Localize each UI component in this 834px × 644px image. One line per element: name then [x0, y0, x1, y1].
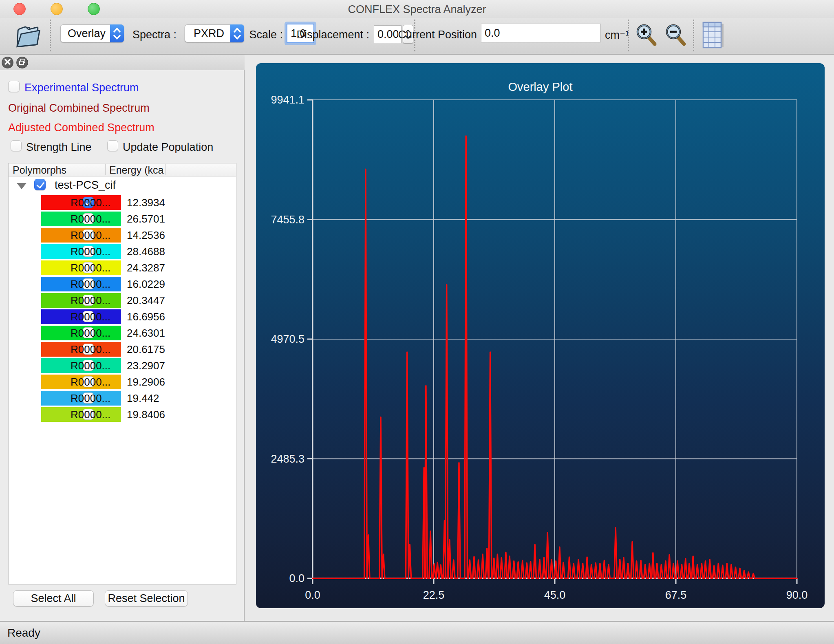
original-combined-spectrum-label: Original Combined Spectrum [8, 102, 150, 115]
polymorph-row[interactable]: R0000...23.2907 [9, 358, 236, 373]
polymorph-energy: 20.6175 [127, 343, 165, 356]
tree-root-row[interactable]: test-PCS_cif [9, 179, 236, 193]
polymorph-row[interactable]: R0000...19.442 [9, 391, 236, 406]
polymorph-energy: 16.0229 [127, 278, 165, 291]
polymorph-energy: 20.3447 [127, 294, 165, 307]
polymorph-energy: 12.3934 [127, 196, 165, 209]
polymorph-row[interactable]: R0000...16.6956 [9, 309, 236, 324]
svg-text:67.5: 67.5 [665, 589, 687, 601]
mode-dropdown-value: Overlay [61, 27, 110, 40]
polymorph-row[interactable]: R0000...20.6175 [9, 342, 236, 357]
plot-title: Overlay Plot [256, 80, 825, 94]
polymorph-sidebar: Experimental Spectrum Original Combined … [0, 70, 245, 621]
disclosure-triangle-icon[interactable] [17, 183, 26, 189]
zoom-out-icon [664, 43, 689, 49]
window-title: CONFLEX Spectra Analyzer [0, 3, 834, 16]
polymorph-label: R0000... [71, 327, 110, 340]
polymorph-label: R0000... [71, 376, 110, 388]
polymorph-row[interactable]: R0000...20.3447 [9, 293, 236, 308]
update-population-checkbox[interactable] [107, 140, 118, 151]
svg-text:90.0: 90.0 [786, 589, 808, 601]
strength-line-label: Strength Line [26, 141, 92, 154]
current-position-input[interactable] [481, 24, 601, 42]
title-bar: CONFLEX Spectra Analyzer [0, 0, 834, 18]
polymorph-row[interactable]: R0000...12.3934 [9, 195, 236, 210]
polymorph-energy: 23.2907 [127, 359, 165, 372]
polymorph-label: R0000... [71, 392, 110, 405]
svg-text:0.0: 0.0 [305, 589, 320, 601]
float-panel-button[interactable] [16, 57, 28, 68]
polymorph-row[interactable]: R0000...14.2536 [9, 228, 236, 243]
displacement-label: Displacement : [296, 29, 369, 41]
polymorph-row[interactable]: R0000...28.4688 [9, 244, 236, 259]
experimental-spectrum-checkbox[interactable] [8, 81, 20, 92]
polymorph-energy: 19.442 [127, 392, 159, 405]
spectrum-chart[interactable]: 0.02485.34970.57455.89941.10.022.545.067… [256, 63, 825, 608]
polymorph-energy: 16.6956 [127, 311, 165, 323]
zoom-out-button[interactable] [664, 23, 689, 48]
scale-label: Scale : [249, 29, 283, 41]
polymorph-energy: 26.5701 [127, 213, 165, 225]
float-panel-icon [19, 58, 26, 67]
polymorph-label: R0000... [71, 408, 110, 421]
polymorph-row[interactable]: R0000...16.0229 [9, 277, 236, 291]
chevron-up-down-icon [230, 24, 244, 42]
polymorphs-column-header[interactable]: Polymorphs [13, 164, 66, 176]
select-all-button[interactable]: Select All [13, 590, 94, 607]
spectra-dropdown-value: PXRD [185, 27, 230, 40]
unit-label: cm⁻¹ [605, 29, 629, 42]
polymorph-energy: 28.4688 [127, 245, 165, 258]
toolbar-separator [628, 20, 629, 51]
polymorph-row[interactable]: R0000...24.3287 [9, 260, 236, 275]
zoom-in-button[interactable] [634, 23, 660, 48]
polymorph-label: R0000... [71, 245, 110, 258]
polymorph-energy: 24.6301 [127, 327, 165, 340]
polymorph-row[interactable]: R0000...19.8406 [9, 407, 236, 422]
polymorphs-table: Polymorphs Energy (kcal/r test-PCS_cif R… [8, 163, 236, 584]
zoom-in-icon [634, 43, 660, 49]
energy-column-header[interactable]: Energy (kcal/r [109, 164, 164, 176]
strength-line-checkbox[interactable] [11, 140, 22, 151]
toolbar-separator [693, 20, 694, 51]
update-population-label: Update Population [123, 141, 213, 154]
toolbar: Overlay Spectra : PXRD Scale : Displacem… [0, 18, 834, 55]
reset-selection-button[interactable]: Reset Selection [105, 590, 188, 607]
polymorph-row[interactable]: R0000...24.6301 [9, 326, 236, 340]
polymorph-label: R0000... [71, 343, 110, 356]
status-bar: Ready [0, 621, 834, 644]
mode-dropdown[interactable]: Overlay [60, 24, 124, 42]
svg-text:7455.8: 7455.8 [271, 214, 304, 226]
open-file-button[interactable] [11, 20, 42, 51]
svg-text:45.0: 45.0 [544, 589, 566, 601]
displacement-input[interactable] [374, 25, 402, 43]
polymorph-row[interactable]: R0000...26.5701 [9, 212, 236, 226]
polymorph-energy: 24.3287 [127, 262, 165, 274]
svg-text:9941.1: 9941.1 [271, 94, 304, 106]
show-table-button[interactable] [702, 21, 725, 49]
polymorph-label: R0000... [71, 262, 110, 274]
chevron-up-down-icon [110, 24, 124, 42]
polymorph-label: R0000... [71, 229, 110, 242]
tree-root-checkbox[interactable] [34, 179, 46, 190]
polymorphs-table-header: Polymorphs Energy (kcal/r [9, 163, 236, 176]
polymorph-label: R0000... [71, 359, 110, 372]
close-panel-button[interactable] [2, 57, 13, 68]
dock-panel-strip [0, 55, 245, 70]
tree-root-label: test-PCS_cif [55, 179, 116, 192]
polymorph-energy: 19.2906 [127, 376, 165, 388]
spectra-label: Spectra : [132, 29, 177, 41]
status-text: Ready [7, 626, 40, 640]
svg-text:22.5: 22.5 [423, 589, 445, 601]
current-position-label: Current Position [398, 29, 477, 41]
polymorph-label: R0000... [71, 311, 110, 323]
polymorph-energy: 14.2536 [127, 229, 165, 242]
svg-text:2485.3: 2485.3 [271, 453, 304, 465]
spectra-dropdown[interactable]: PXRD [185, 24, 244, 42]
folder-icon [11, 46, 42, 53]
svg-text:0.0: 0.0 [289, 572, 304, 584]
close-icon [4, 59, 11, 66]
overlay-plot-panel[interactable]: 0.02485.34970.57455.89941.10.022.545.067… [256, 63, 825, 608]
svg-text:4970.5: 4970.5 [271, 333, 304, 345]
polymorph-row[interactable]: R0000...19.2906 [9, 375, 236, 389]
table-icon [702, 44, 725, 50]
